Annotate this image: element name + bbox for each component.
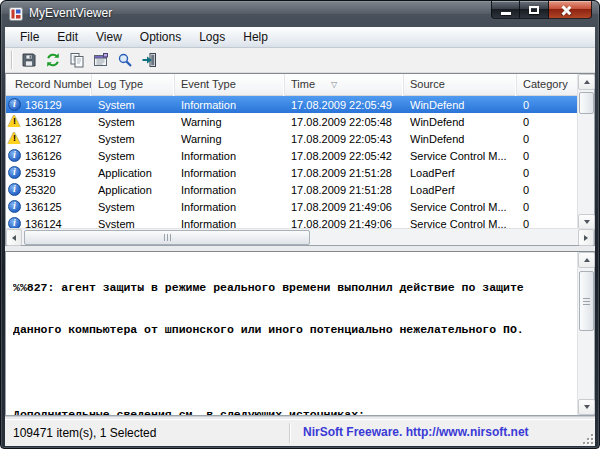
scroll-right-button[interactable]	[578, 229, 594, 246]
record-number: 136126	[25, 150, 62, 162]
scroll-down-button[interactable]	[578, 399, 595, 415]
menu-options[interactable]: Options	[131, 28, 190, 46]
table-row[interactable]: 25319 Application Information 17.08.2009…	[6, 164, 581, 181]
event-category: 0	[517, 116, 581, 128]
minimize-button[interactable]	[491, 1, 520, 19]
log-type: Application	[92, 184, 175, 196]
statusbar: 109471 item(s), 1 Selected NirSoft Freew…	[5, 419, 595, 446]
toolbar	[5, 48, 595, 73]
toolbar-gripper	[11, 51, 13, 69]
log-type: System	[92, 116, 175, 128]
refresh-button[interactable]	[41, 49, 65, 71]
table-row[interactable]: 136128 System Warning 17.08.2009 22:05:4…	[6, 113, 581, 130]
event-type: Information	[175, 184, 285, 196]
maximize-button[interactable]	[520, 1, 549, 19]
column-log-type[interactable]: Log Type	[92, 74, 175, 96]
record-number: 136128	[25, 116, 62, 128]
menu-file[interactable]: File	[11, 28, 48, 46]
event-time: 17.08.2009 22:05:42	[285, 150, 404, 162]
save-icon	[21, 52, 37, 68]
maximize-icon	[529, 6, 539, 14]
menu-logs[interactable]: Logs	[190, 28, 234, 46]
column-event-type[interactable]: Event Type	[175, 74, 285, 96]
brand-text: NirSoft Freeware.	[303, 425, 406, 439]
event-list: Record Number Log Type Event Type Time▽ …	[5, 73, 595, 246]
table-row[interactable]: 136125 System Information 17.08.2009 21:…	[6, 198, 581, 215]
information-icon	[8, 200, 21, 213]
column-category[interactable]: Category	[517, 74, 581, 96]
table-row[interactable]: 136127 System Warning 17.08.2009 22:05:4…	[6, 130, 581, 147]
event-category: 0	[517, 150, 581, 162]
event-time: 17.08.2009 21:51:28	[285, 184, 404, 196]
column-time[interactable]: Time▽	[285, 74, 404, 96]
scroll-up-button[interactable]	[578, 252, 595, 268]
event-type: Information	[175, 201, 285, 213]
event-source: WinDefend	[404, 99, 517, 111]
refresh-icon	[45, 52, 61, 68]
description-line: %%827: агент защиты в режиме реального в…	[13, 280, 574, 296]
window-title: MyEventViewer	[29, 6, 112, 20]
thumb-grip	[583, 301, 590, 302]
event-time: 17.08.2009 22:05:49	[285, 99, 404, 111]
event-time: 17.08.2009 22:05:48	[285, 116, 404, 128]
scroll-left-button[interactable]	[6, 229, 22, 246]
details-vertical-scrollbar[interactable]	[577, 252, 594, 415]
list-horizontal-scrollbar[interactable]	[6, 228, 594, 245]
record-number: 136129	[25, 99, 62, 111]
minimize-icon	[501, 12, 511, 15]
copy-icon	[69, 52, 85, 68]
column-source[interactable]: Source	[404, 74, 517, 96]
table-row[interactable]: 25320 Application Information 17.08.2009…	[6, 181, 581, 198]
arrow-left-icon	[12, 235, 16, 241]
event-source: Service Control M...	[404, 150, 517, 162]
find-button[interactable]	[113, 49, 137, 71]
warning-icon	[8, 115, 21, 128]
item-count-status: 109471 item(s), 1 Selected	[13, 426, 156, 440]
event-type: Information	[175, 99, 285, 111]
event-time: 17.08.2009 22:05:43	[285, 133, 404, 145]
event-source: WinDefend	[404, 133, 517, 145]
nirsoft-link: NirSoft Freeware. http://www.nirsoft.net	[303, 425, 529, 439]
menu-help[interactable]: Help	[234, 28, 277, 46]
event-source: Service Control M...	[404, 201, 517, 213]
copy-button[interactable]	[65, 49, 89, 71]
event-details-pane[interactable]: %%827: агент защиты в режиме реального в…	[5, 251, 595, 416]
resize-grip[interactable]	[581, 432, 593, 444]
scroll-thumb[interactable]	[579, 92, 594, 114]
event-type: Warning	[175, 116, 285, 128]
close-button[interactable]	[549, 1, 592, 19]
properties-button[interactable]	[89, 49, 113, 71]
scroll-up-button[interactable]	[578, 74, 595, 90]
menu-edit[interactable]: Edit	[48, 28, 87, 46]
titlebar[interactable]: MyEventViewer	[1, 1, 599, 27]
nirsoft-url[interactable]: http://www.nirsoft.net	[406, 425, 529, 439]
menu-view[interactable]: View	[87, 28, 131, 46]
scroll-thumb[interactable]	[24, 230, 310, 245]
record-number: 136125	[25, 201, 62, 213]
app-window: MyEventViewer File Edit View Options Log…	[0, 0, 600, 449]
event-type: Information	[175, 150, 285, 162]
event-time: 17.08.2009 21:51:28	[285, 167, 404, 179]
list-vertical-scrollbar[interactable]	[577, 74, 594, 230]
event-category: 0	[517, 167, 581, 179]
client-area: File Edit View Options Logs Help	[5, 27, 595, 444]
table-row[interactable]: 136129 System Information 17.08.2009 22:…	[6, 96, 581, 113]
exit-button[interactable]	[137, 49, 161, 71]
information-icon	[8, 149, 21, 162]
log-type: System	[92, 99, 175, 111]
log-type: System	[92, 201, 175, 213]
save-button[interactable]	[17, 49, 41, 71]
event-source: LoadPerf	[404, 184, 517, 196]
sort-descending-icon: ▽	[331, 80, 337, 89]
event-description: %%827: агент защиты в режиме реального в…	[13, 254, 574, 415]
table-row[interactable]: 136126 System Information 17.08.2009 22:…	[6, 147, 581, 164]
log-type: System	[92, 150, 175, 162]
event-time: 17.08.2009 21:49:06	[285, 201, 404, 213]
information-icon	[8, 98, 21, 111]
scroll-thumb[interactable]	[579, 271, 594, 331]
description-line: данного компьютера от шпионского или ино…	[13, 322, 574, 338]
statusbar-divider	[289, 423, 290, 443]
column-record-number[interactable]: Record Number	[6, 74, 92, 96]
description-line: Дополнительные сведения см. в следующих …	[13, 407, 574, 415]
description-line	[13, 365, 574, 381]
